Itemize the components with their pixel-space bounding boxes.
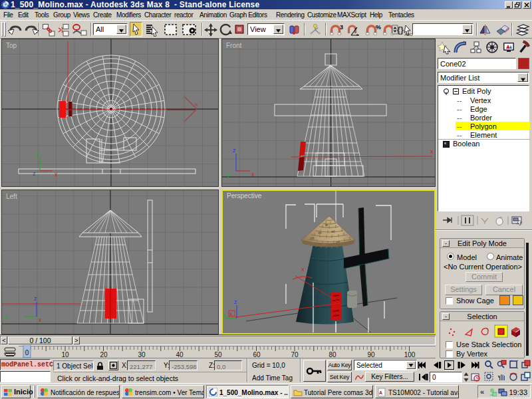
svg-text:Top: Top [6,42,17,49]
svg-text:70: 70 [291,351,299,358]
svg-text:x: x [55,171,58,178]
svg-text:x: x [251,171,255,178]
svg-text:x: x [195,101,198,108]
svg-text:z: z [34,295,37,302]
svg-text:30: 30 [138,351,146,358]
svg-text:100: 100 [404,351,416,358]
svg-text:3: 3 [340,24,343,31]
svg-text:z: z [233,147,236,154]
svg-text:Left: Left [6,193,17,200]
svg-text:x: x [229,311,233,317]
svg-text:Front: Front [226,42,242,49]
svg-text:x: x [39,317,42,323]
svg-text:z: z [234,299,237,305]
svg-text:y: y [223,311,227,318]
svg-text:20: 20 [100,351,108,358]
svg-text:{}: {} [397,25,404,35]
svg-text:Perspective: Perspective [227,192,262,200]
svg-text:y: y [5,314,8,321]
svg-text:60: 60 [253,351,261,358]
svg-text:40: 40 [176,351,184,358]
svg-text:x: x [430,148,434,155]
svg-text:A: A [379,390,382,395]
svg-text:90: 90 [367,351,375,358]
svg-text:%: % [376,24,381,31]
svg-text:10: 10 [61,351,69,358]
svg-text:50: 50 [214,351,222,358]
svg-text:z: z [33,170,36,177]
svg-text:0: 0 [25,349,29,356]
svg-text:x: x [301,266,305,273]
svg-text:y: y [227,171,231,178]
svg-text:80: 80 [329,351,336,358]
svg-text:y: y [36,151,39,158]
